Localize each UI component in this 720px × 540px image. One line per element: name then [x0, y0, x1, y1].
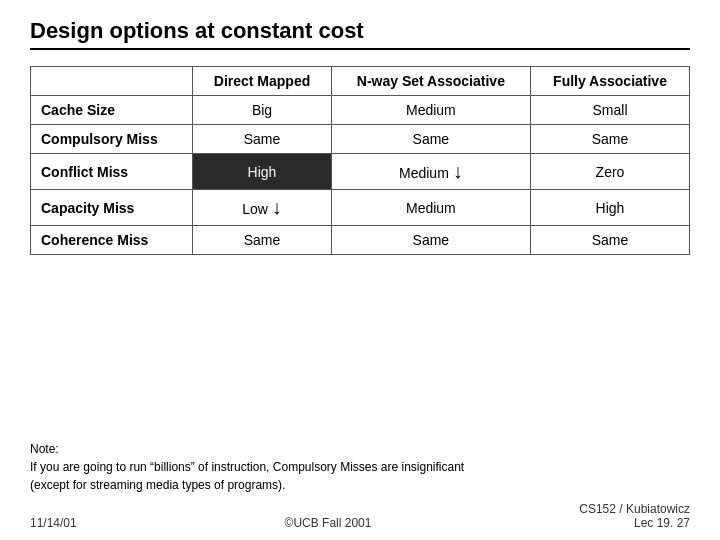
row-label-0: Cache Size: [31, 96, 193, 125]
footer-copyright: ©UCB Fall 2001: [285, 516, 372, 530]
cell-4-0: Same: [193, 226, 331, 255]
cell-2-2: Zero: [531, 154, 690, 190]
table-wrapper: Direct Mapped N-way Set Associative Full…: [30, 66, 690, 440]
footer-lecture: Lec 19. 27: [579, 516, 690, 530]
footer-date: 11/14/01: [30, 516, 77, 530]
note-line3: (except for streaming media types of pro…: [30, 476, 690, 494]
header-fully-associative: Fully Associative: [531, 67, 690, 96]
main-page: Design options at constant cost Direct M…: [0, 0, 720, 540]
note-line2: If you are going to run “billions” of in…: [30, 458, 690, 476]
row-label-2: Conflict Miss: [31, 154, 193, 190]
cell-4-1: Same: [331, 226, 530, 255]
cell-2-0: High: [193, 154, 331, 190]
cell-3-1: Medium: [331, 190, 530, 226]
title-area: Design options at constant cost: [30, 18, 690, 50]
table-row: Coherence MissSameSameSame: [31, 226, 690, 255]
footer-area: 11/14/01 ©UCB Fall 2001 CS152 / Kubiatow…: [30, 502, 690, 530]
table-row: Capacity MissLow ↓MediumHigh: [31, 190, 690, 226]
table-row: Compulsory MissSameSameSame: [31, 125, 690, 154]
cell-0-1: Medium: [331, 96, 530, 125]
cell-3-2: High: [531, 190, 690, 226]
cell-1-1: Same: [331, 125, 530, 154]
cell-2-1: Medium ↓: [331, 154, 530, 190]
header-empty: [31, 67, 193, 96]
footer-right: CS152 / Kubiatowicz Lec 19. 27: [579, 502, 690, 530]
cell-0-2: Small: [531, 96, 690, 125]
cell-1-0: Same: [193, 125, 331, 154]
row-label-1: Compulsory Miss: [31, 125, 193, 154]
row-label-4: Coherence Miss: [31, 226, 193, 255]
header-nway: N-way Set Associative: [331, 67, 530, 96]
cell-4-2: Same: [531, 226, 690, 255]
header-direct-mapped: Direct Mapped: [193, 67, 331, 96]
row-label-3: Capacity Miss: [31, 190, 193, 226]
cell-3-0: Low ↓: [193, 190, 331, 226]
cell-0-0: Big: [193, 96, 331, 125]
table-row: Conflict MissHighMedium ↓Zero: [31, 154, 690, 190]
comparison-table: Direct Mapped N-way Set Associative Full…: [30, 66, 690, 255]
note-line1: Note:: [30, 440, 690, 458]
cell-1-2: Same: [531, 125, 690, 154]
note-area: Note: If you are going to run “billions”…: [30, 440, 690, 494]
page-title: Design options at constant cost: [30, 18, 364, 43]
table-header-row: Direct Mapped N-way Set Associative Full…: [31, 67, 690, 96]
table-row: Cache SizeBigMediumSmall: [31, 96, 690, 125]
footer-course: CS152 / Kubiatowicz: [579, 502, 690, 516]
